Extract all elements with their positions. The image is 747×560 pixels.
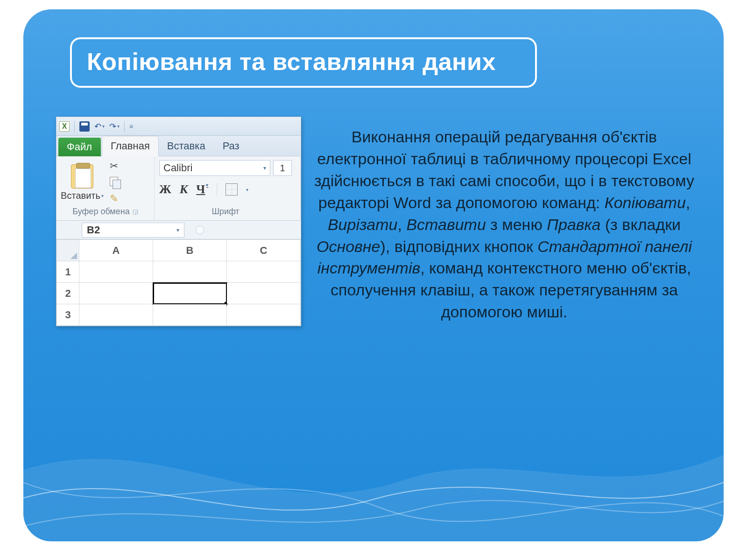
tab-file[interactable]: Файл [58,138,101,156]
paste-label: Вставить [61,190,100,201]
cell-c2[interactable] [227,283,301,304]
tab-insert[interactable]: Вставка [159,136,214,156]
slide-title: Копіювання та вставляння даних [87,48,520,76]
cell-b3[interactable] [153,304,227,326]
format-painter-icon[interactable]: ✎ [110,193,121,205]
font-group: Calibri▾ 1 Ж К Ч▾ ▾ Шрифт [155,156,301,220]
paste-icon [71,164,93,189]
cut-icon[interactable]: ✂ [110,160,121,172]
tab-home[interactable]: Главная [102,136,159,156]
select-all-corner[interactable] [57,240,79,261]
cell-a3[interactable] [79,304,153,326]
tab-layout[interactable]: Раз [214,136,248,156]
col-header-b[interactable]: B [153,240,227,261]
font-name-combo[interactable]: Calibri▾ [159,160,270,176]
separator [74,121,75,132]
customize-qat-icon[interactable]: ≡ [129,123,133,130]
spreadsheet-grid[interactable]: A B C 1 2 3 [56,239,301,326]
italic-button[interactable]: К [180,182,188,196]
dialog-launcher-icon[interactable]: ◲ [133,208,138,215]
redo-icon[interactable]: ↷▾ [109,121,120,132]
ribbon: Вставить▾ ✂ ✎ Буфер обмена ◲ [56,156,301,221]
clipboard-group: Вставить▾ ✂ ✎ Буфер обмена ◲ [56,156,155,220]
save-icon[interactable] [79,121,90,132]
undo-icon[interactable]: ↶▾ [94,121,105,132]
excel-logo-icon [59,121,70,132]
cell-a1[interactable] [79,261,153,283]
cell-c3[interactable] [227,304,301,326]
title-box: Копіювання та вставляння даних [70,37,537,88]
cell-b1[interactable] [153,261,227,283]
borders-icon[interactable] [226,183,238,196]
row-header-1[interactable]: 1 [57,261,79,283]
col-header-a[interactable]: A [79,240,153,261]
ribbon-tabs: Файл Главная Вставка Раз [56,136,301,156]
separator [217,183,217,196]
quick-access-toolbar: ↶▾ ↷▾ ≡ [56,117,301,136]
cell-b2-selected[interactable] [153,283,227,304]
bold-button[interactable]: Ж [159,182,171,196]
underline-button[interactable]: Ч▾ [196,182,208,196]
clipboard-group-label: Буфер обмена ◲ [61,205,149,219]
cell-c1[interactable] [227,261,301,283]
decorative-wave [23,387,724,541]
cell-a2[interactable] [79,283,153,304]
body-text: Виконання операцій редагування об'єктів … [313,126,696,323]
separator [124,121,125,132]
fx-icon[interactable] [196,226,204,234]
col-header-c[interactable]: C [227,240,301,261]
name-box[interactable]: B2▾ [82,223,184,238]
row-header-3[interactable]: 3 [57,304,79,326]
paste-button[interactable]: Вставить▾ [61,164,103,201]
font-size-combo[interactable]: 1 [273,160,292,176]
excel-screenshot: ↶▾ ↷▾ ≡ Файл Главная Вставка Раз Вставит… [56,117,301,326]
row-header-2[interactable]: 2 [57,283,79,304]
font-group-label: Шрифт [159,205,292,219]
copy-icon[interactable] [110,177,121,188]
formula-bar: B2▾ [56,221,301,239]
slide: Копіювання та вставляння даних Виконання… [23,9,724,541]
